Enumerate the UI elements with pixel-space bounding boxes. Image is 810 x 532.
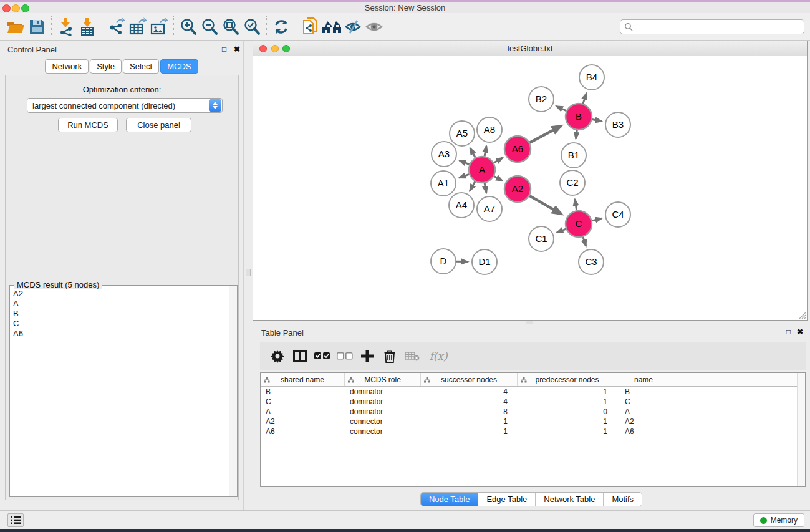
graph-node-A2[interactable]: A2 (504, 176, 531, 202)
table-cell[interactable]: connector (345, 427, 421, 437)
graph-node-A8[interactable]: A8 (477, 117, 502, 142)
graph-node-B3[interactable]: B3 (605, 112, 630, 137)
column-header-mcds-role[interactable]: MCDS role (345, 373, 421, 386)
table-row[interactable]: Adominator80A (261, 407, 805, 417)
column-header-successor-nodes[interactable]: successor nodes (421, 373, 518, 386)
tab-edge-table[interactable]: Edge Table (478, 493, 536, 506)
column-header-shared-name[interactable]: shared name (261, 373, 345, 386)
import-table-icon[interactable] (77, 16, 98, 37)
graph-node-A6[interactable]: A6 (504, 136, 531, 162)
graph-edge-A2-C[interactable] (529, 196, 562, 215)
table-cell[interactable]: A6 (617, 427, 670, 437)
mcds-result-item[interactable]: A6 (13, 329, 226, 339)
tab-node-table[interactable]: Node Table (421, 493, 479, 506)
tab-network[interactable]: Network (45, 59, 89, 74)
graph-edge-A-A6[interactable] (494, 158, 503, 163)
table-cell[interactable]: B (261, 387, 345, 397)
table-row[interactable]: A2connector11A2 (261, 417, 805, 427)
table-cell[interactable]: dominator (345, 387, 421, 397)
graph-node-C4[interactable]: C4 (605, 202, 630, 227)
table-cell[interactable]: dominator (345, 397, 421, 407)
settings-gear-icon[interactable] (266, 345, 289, 367)
graph-node-C[interactable]: C (566, 211, 592, 237)
float-table-panel-icon[interactable]: □ (786, 327, 791, 336)
export-network-icon[interactable] (106, 16, 127, 37)
graph-edge-C-C3[interactable] (583, 237, 586, 246)
refresh-layout-icon[interactable] (271, 16, 292, 37)
export-table-icon[interactable] (127, 16, 148, 37)
duplicate-network-icon[interactable] (300, 16, 321, 37)
table-cell[interactable]: 8 (421, 407, 518, 417)
zoom-in-icon[interactable] (178, 16, 199, 37)
mcds-result-item[interactable]: A (13, 299, 226, 309)
show-column-icon[interactable] (289, 345, 311, 367)
result-scrollbar[interactable] (229, 286, 237, 496)
home-icon[interactable] (321, 16, 342, 37)
zoom-out-icon[interactable] (199, 16, 220, 37)
tab-network-table[interactable]: Network Table (536, 493, 604, 506)
resize-grip-icon[interactable] (798, 311, 806, 319)
table-cell[interactable]: 1 (518, 417, 617, 427)
graph-node-D[interactable]: D (431, 249, 456, 274)
graph-edge-A-A3[interactable] (460, 160, 470, 165)
graph-node-C3[interactable]: C3 (579, 249, 604, 274)
table-cell[interactable]: C (261, 397, 345, 407)
graph-edge-A-A1[interactable] (459, 174, 469, 178)
table-cell[interactable]: 0 (518, 407, 617, 417)
table-row[interactable]: A6connector11A6 (261, 427, 805, 437)
save-icon[interactable] (26, 16, 47, 37)
graph-edge-A-A2[interactable] (494, 177, 502, 181)
network-canvas[interactable]: AA1A2A3A4A5A6A7A8BB1B2B3B4CC1C2C3C4DD1 (253, 56, 807, 320)
criterion-dropdown[interactable]: largest connected component (directed) (27, 98, 223, 113)
column-header-predecessor-nodes[interactable]: predecessor nodes (518, 373, 617, 386)
tab-style[interactable]: Style (90, 59, 122, 74)
search-field[interactable] (620, 19, 804, 34)
table-cell[interactable]: dominator (345, 407, 421, 417)
import-network-icon[interactable] (55, 16, 77, 37)
graph-node-B[interactable]: B (566, 104, 592, 130)
tab-select[interactable]: Select (123, 59, 159, 74)
graph-node-A[interactable]: A (469, 157, 495, 183)
table-cell[interactable]: 1 (518, 427, 617, 437)
graph-node-B4[interactable]: B4 (579, 65, 604, 90)
deselect-all-checkboxes-icon[interactable] (334, 345, 356, 367)
run-mcds-button[interactable]: Run MCDS (58, 118, 118, 132)
graph-edge-A-A7[interactable] (485, 183, 486, 193)
delete-column-trash-icon[interactable] (378, 345, 401, 367)
table-cell[interactable]: A2 (617, 417, 670, 427)
float-panel-icon[interactable]: □ (222, 45, 226, 54)
table-cell[interactable]: 4 (421, 397, 518, 407)
graph-edge-A-A8[interactable] (485, 146, 486, 156)
table-cell[interactable]: A2 (261, 417, 345, 427)
add-column-icon[interactable] (356, 345, 378, 367)
graph-node-C2[interactable]: C2 (560, 170, 585, 195)
graph-node-A4[interactable]: A4 (449, 193, 474, 218)
graph-node-C1[interactable]: C1 (529, 226, 554, 251)
graph-edge-B-B3[interactable] (592, 119, 602, 121)
mcds-result-item[interactable]: C (13, 319, 226, 329)
mcds-result-item[interactable]: A2 (13, 289, 226, 299)
table-cell[interactable]: A (261, 407, 345, 417)
graph-node-A7[interactable]: A7 (477, 196, 502, 221)
select-all-checkboxes-icon[interactable] (311, 345, 334, 367)
vertical-splitter-handle[interactable] (246, 269, 251, 276)
zoom-fit-icon[interactable] (220, 16, 241, 37)
export-image-icon[interactable] (148, 16, 170, 37)
graph-node-A3[interactable]: A3 (432, 142, 456, 167)
table-cell[interactable]: 1 (421, 427, 518, 437)
graph-edge-C-C2[interactable] (575, 199, 577, 210)
graph-node-A5[interactable]: A5 (450, 121, 475, 146)
graph-edge-B-B4[interactable] (583, 93, 587, 104)
table-cell[interactable]: B (617, 387, 670, 397)
table-cell[interactable]: A (617, 407, 670, 417)
close-panel-icon[interactable]: ✖ (234, 45, 240, 54)
graph-edge-C-C1[interactable] (557, 229, 566, 233)
search-input[interactable] (635, 22, 804, 32)
table-row[interactable]: Bdominator41B (261, 387, 805, 397)
show-panel-eye-icon[interactable] (364, 16, 385, 37)
column-header-name[interactable]: name (617, 373, 670, 386)
table-cell[interactable]: 1 (518, 397, 617, 407)
graph-edge-A-A4[interactable] (470, 181, 475, 191)
memory-button[interactable]: Memory (753, 513, 804, 527)
graph-edge-B-B2[interactable] (556, 106, 566, 110)
